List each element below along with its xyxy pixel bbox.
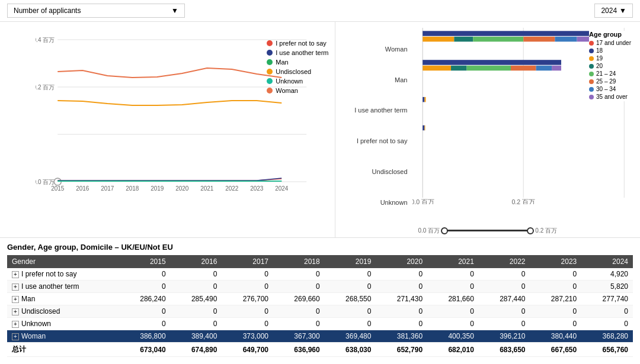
col-2019: 2019 (325, 255, 376, 268)
legend-label-20: 20 (596, 63, 603, 69)
cell-value: 0 (376, 305, 427, 318)
col-2018: 2018 (273, 255, 325, 268)
table-row[interactable]: +I prefer not to say0000000004,920 (7, 268, 633, 281)
col-2024: 2024 (581, 255, 633, 268)
cell-value: 4,920 (581, 268, 633, 281)
cell-value: 277,740 (581, 293, 633, 305)
cell-value: 380,440 (530, 330, 582, 343)
age-group-legend-title: Age group (589, 31, 631, 38)
y-label-prefer: I prefer not to say (341, 137, 408, 144)
expand-icon[interactable]: + (12, 333, 19, 340)
cell-value: 0 (119, 281, 171, 293)
cell-value: 381,360 (376, 330, 427, 343)
cell-value: 0 (427, 318, 479, 330)
bar-man-19 (423, 66, 451, 71)
expand-icon[interactable]: + (12, 271, 19, 278)
expand-icon[interactable]: + (12, 321, 19, 328)
legend-dot-21-24 (589, 72, 594, 76)
expand-icon[interactable]: + (12, 296, 19, 303)
cell-value: 0 (427, 305, 479, 318)
legend-label-18: 18 (596, 47, 603, 54)
legend-dot-17under (589, 41, 594, 46)
legend-item-another-term: I use another term (267, 49, 328, 56)
cell-value: 5,820 (581, 281, 633, 293)
bar-another-19 (424, 97, 425, 102)
cell-value: 276,700 (222, 293, 273, 305)
cell-value: 0 (273, 318, 325, 330)
bar-man-30-34 (536, 66, 552, 71)
table-row[interactable]: +Woman386,800389,400373,000367,300369,48… (7, 330, 633, 343)
y-label-undisclosed: Undisclosed (341, 168, 408, 175)
total-row: 总计673,040674,890649,700636,960638,030652… (7, 343, 633, 357)
cell-value: 0 (273, 268, 325, 281)
table-row[interactable]: +Man286,240285,490276,700269,660268,5502… (7, 293, 633, 305)
svg-text:2022: 2022 (225, 185, 239, 192)
cell-value: 367,300 (273, 330, 325, 343)
legend-item-undisclosed: Undisclosed (267, 68, 328, 75)
slider-track[interactable] (444, 230, 530, 231)
range-slider[interactable]: 0.0 百万 0.2 百万 (341, 224, 635, 235)
cell-value: 0 (222, 318, 273, 330)
total-cell: 674,890 (171, 343, 222, 357)
total-cell: 652,790 (376, 343, 427, 357)
cell-value: 0 (171, 318, 222, 330)
metric-dropdown-icon[interactable]: ▼ (171, 7, 178, 15)
cell-value: 285,490 (171, 293, 222, 305)
table-row[interactable]: +I use another term0000000005,820 (7, 281, 633, 293)
col-2022: 2022 (479, 255, 530, 268)
legend-item-man: Man (267, 59, 328, 66)
legend-label-undisclosed: Undisclosed (276, 68, 311, 75)
cell-value: 0 (119, 305, 171, 318)
table-row[interactable]: +Unknown0000000000 (7, 318, 633, 330)
legend-label-19: 19 (596, 55, 603, 62)
svg-text:2018: 2018 (126, 185, 139, 192)
y-label-unknown: Unknown (341, 199, 408, 206)
cell-value: 0 (222, 305, 273, 318)
cell-value: 373,000 (222, 330, 273, 343)
legend-label-21-24: 21 – 24 (596, 70, 616, 77)
cell-value: 0 (325, 268, 376, 281)
svg-text:0.2 百万: 0.2 百万 (511, 198, 535, 204)
bar-prefer-19 (424, 125, 425, 131)
svg-text:2017: 2017 (101, 185, 114, 192)
cell-gender: +I prefer not to say (7, 268, 119, 281)
cell-value: 271,430 (376, 293, 427, 305)
right-chart: Woman Man I use another term I prefer no… (335, 22, 641, 237)
bar-woman-25-29 (523, 37, 555, 42)
bar-man-35-over (552, 66, 561, 71)
legend-dot-18 (589, 49, 594, 53)
legend-30-34: 30 – 34 (589, 86, 631, 92)
slider-right-thumb[interactable] (527, 227, 534, 234)
bar-man-21-24 (466, 66, 510, 71)
legend-item-woman: Woman (267, 87, 328, 94)
legend-label-unknown: Unknown (276, 78, 303, 85)
bar-man-25-29 (510, 66, 536, 71)
cell-value: 0 (222, 268, 273, 281)
cell-value: 0 (222, 281, 273, 293)
cell-value: 0 (530, 305, 582, 318)
svg-text:2016: 2016 (76, 185, 89, 192)
metric-selector[interactable]: Number of applicants ▼ (7, 4, 185, 18)
bar-chart-wrapper: Woman Man I use another term I prefer no… (341, 28, 635, 224)
cell-value: 0 (376, 318, 427, 330)
col-2016: 2016 (171, 255, 222, 268)
svg-text:2015: 2015 (51, 185, 65, 192)
svg-text:2020: 2020 (175, 185, 189, 192)
cell-value: 287,440 (479, 293, 530, 305)
cell-value: 0 (171, 268, 222, 281)
legend-dot-woman (267, 88, 273, 94)
table-row[interactable]: +Undisclosed0000000000 (7, 305, 633, 318)
expand-icon[interactable]: + (12, 284, 19, 291)
bar-woman-30-34 (555, 37, 577, 42)
left-chart: 0.4 百万 0.2 百万 0.0 百万 2015 2016 2017 2018… (0, 22, 335, 237)
cell-value: 0 (273, 281, 325, 293)
year-selector[interactable]: 2024 ▼ (594, 4, 633, 18)
bar-woman-35-over (577, 37, 589, 42)
slider-left-thumb[interactable] (441, 227, 448, 234)
total-cell: 656,760 (581, 343, 633, 357)
expand-icon[interactable]: + (12, 308, 19, 315)
year-dropdown-icon[interactable]: ▼ (619, 7, 626, 15)
cell-value: 369,480 (325, 330, 376, 343)
legend-label-30-34: 30 – 34 (596, 86, 616, 92)
y-label-woman: Woman (341, 46, 408, 53)
